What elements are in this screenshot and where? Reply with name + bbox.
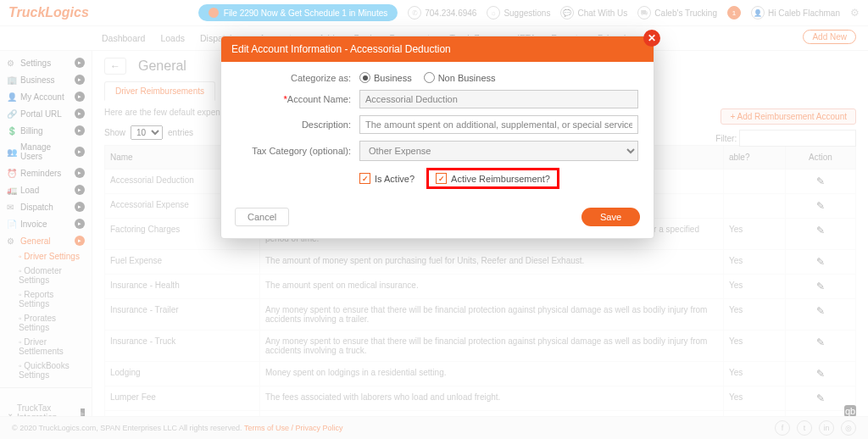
account-name-input[interactable]	[359, 90, 638, 108]
modal-title: Edit Account Information - Accessorial D…	[221, 36, 654, 62]
description-input[interactable]	[359, 115, 638, 134]
active-reimbursement-highlight: ✓Active Reimbursement?	[426, 168, 559, 189]
account-name-label: *Account Name:	[236, 94, 351, 104]
cancel-button[interactable]: Cancel	[235, 208, 289, 226]
radio-non-business[interactable]: Non Business	[424, 72, 496, 83]
is-active-checkbox[interactable]: ✓Is Active?	[359, 173, 415, 184]
edit-account-modal: ✕ Edit Account Information - Accessorial…	[220, 36, 654, 239]
tax-category-select[interactable]: Other Expense	[359, 141, 638, 161]
radio-business[interactable]: Business	[359, 72, 412, 83]
modal-close-button[interactable]: ✕	[643, 30, 660, 47]
save-button[interactable]: Save	[581, 208, 640, 226]
description-label: Description:	[236, 119, 351, 130]
tax-category-label: Tax Category (optional):	[236, 146, 351, 156]
active-reimbursement-checkbox[interactable]: ✓Active Reimbursement?	[436, 173, 550, 184]
categorize-label: Categorize as:	[236, 73, 351, 83]
